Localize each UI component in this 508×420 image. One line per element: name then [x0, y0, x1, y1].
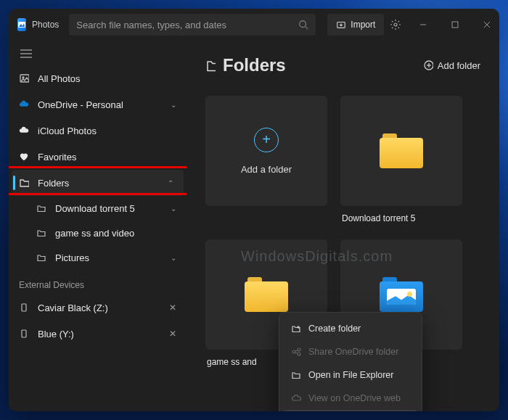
sidebar-item-label: Folders — [38, 178, 69, 189]
context-menu: Create folder Share OneDrive folder Open… — [279, 312, 422, 411]
cloud-icon — [291, 393, 301, 403]
search-input[interactable]: Search file names, types, and dates — [69, 14, 316, 36]
sidebar-item-label: All Photos — [38, 73, 81, 84]
pictures-folder-icon — [380, 277, 423, 312]
svg-point-2 — [300, 21, 306, 28]
sidebar-item-device[interactable]: Caviar Black (Z:) ✕ — [9, 295, 187, 321]
folder-grid: + Add a folder Download torrent 5 — [205, 96, 480, 206]
tile-label: game ss and — [207, 357, 257, 367]
svg-point-14 — [22, 77, 24, 78]
tile-label: Add a folder — [241, 164, 292, 175]
search-icon — [298, 20, 308, 30]
sidebar-item-onedrive[interactable]: OneDrive - Personal ⌄ — [9, 91, 187, 118]
import-icon — [336, 20, 346, 30]
close-button[interactable] — [471, 10, 499, 39]
menu-item-label: Create folder — [308, 324, 361, 334]
svg-line-25 — [295, 350, 298, 351]
cloud-icon — [19, 99, 29, 110]
maximize-button[interactable] — [439, 10, 471, 39]
app-body: All Photos OneDrive - Personal ⌄ iCloud … — [9, 41, 499, 411]
eject-button[interactable]: ✕ — [169, 329, 176, 339]
picture-icon — [19, 73, 29, 83]
folder-icon — [36, 228, 46, 238]
menu-item-label: Open in File Explorer — [308, 370, 393, 380]
window-controls — [407, 10, 499, 39]
sidebar-item-icloud[interactable]: iCloud Photos — [9, 118, 187, 144]
sidebar-item-all-photos[interactable]: All Photos — [9, 65, 187, 91]
hamburger-button[interactable] — [9, 45, 187, 65]
photos-window: Photos Search file names, types, and dat… — [9, 9, 499, 411]
folder-icon — [36, 252, 46, 263]
svg-point-24 — [298, 353, 300, 355]
menu-item-share-onedrive: Share OneDrive folder — [284, 340, 417, 363]
menu-item-label: View on OneDrive web — [308, 393, 401, 403]
search-placeholder: Search file names, types, and dates — [76, 20, 226, 30]
sidebar-subfolder[interactable]: game ss and video — [9, 221, 187, 245]
usb-icon — [19, 329, 29, 339]
minimize-button[interactable] — [407, 10, 439, 39]
svg-point-5 — [394, 23, 397, 26]
settings-button[interactable] — [390, 9, 401, 41]
menu-item-label: Share OneDrive folder — [308, 347, 398, 357]
app-icon — [17, 18, 26, 31]
svg-rect-15 — [22, 304, 26, 311]
chevron-down-icon: ⌄ — [171, 101, 176, 109]
sidebar-subfolder[interactable]: Pictures ⌄ — [9, 245, 187, 270]
folder-icon — [19, 178, 29, 188]
add-folder-tile[interactable]: + Add a folder — [205, 96, 327, 206]
folder-icon — [205, 60, 216, 70]
menu-item-view-onedrive: View on OneDrive web — [284, 387, 417, 410]
sidebar-item-label: Blue (Y:) — [38, 329, 74, 339]
folder-tile[interactable]: Download torrent 5 — [340, 96, 462, 206]
eject-button[interactable]: ✕ — [169, 302, 176, 313]
folder-icon — [380, 133, 423, 168]
sidebar-item-label: OneDrive - Personal — [38, 99, 123, 110]
menu-item-open-explorer[interactable]: Open in File Explorer — [284, 363, 417, 387]
chevron-down-icon: ⌄ — [171, 254, 176, 262]
svg-point-23 — [298, 348, 300, 351]
sidebar-item-label: game ss and video — [55, 228, 134, 239]
sidebar-item-label: iCloud Photos — [38, 125, 97, 136]
usb-icon — [19, 302, 29, 313]
menu-item-remove-folder[interactable]: Remove folder — [284, 410, 417, 411]
sidebar-item-favorites[interactable]: Favorites — [9, 144, 187, 170]
add-folder-button[interactable]: Add folder — [423, 60, 480, 71]
svg-line-26 — [295, 353, 298, 353]
page-title: Folders — [223, 55, 286, 75]
icloud-icon — [19, 125, 29, 136]
svg-rect-16 — [22, 330, 26, 337]
sidebar-item-device[interactable]: Blue (Y:) ✕ — [9, 321, 187, 347]
sidebar-item-label: Favorites — [38, 152, 76, 162]
page-header: Folders Add folder — [205, 55, 480, 75]
sidebar-item-label: Pictures — [55, 252, 89, 263]
titlebar: Photos Search file names, types, and dat… — [9, 9, 499, 41]
chevron-down-icon: ⌄ — [171, 205, 176, 213]
plus-circle-icon — [423, 60, 433, 70]
app-title: Photos — [32, 20, 59, 30]
tile-label: Download torrent 5 — [342, 213, 415, 223]
folder-open-icon — [291, 370, 301, 380]
sidebar-item-label: Caviar Black (Z:) — [38, 302, 108, 313]
sidebar-item-folders[interactable]: Folders ⌃ — [12, 170, 184, 196]
share-icon — [291, 347, 301, 357]
sidebar: All Photos OneDrive - Personal ⌄ iCloud … — [9, 41, 187, 411]
svg-rect-7 — [452, 22, 458, 28]
folder-icon — [245, 277, 288, 312]
sidebar-subfolder[interactable]: Download torrent 5 ⌄ — [9, 196, 187, 221]
folder-icon — [36, 203, 46, 213]
svg-line-3 — [306, 27, 308, 30]
new-folder-icon — [291, 324, 301, 334]
sidebar-item-label: Download torrent 5 — [55, 203, 135, 214]
heart-icon — [19, 152, 29, 162]
menu-item-create-folder[interactable]: Create folder — [284, 317, 417, 340]
add-folder-label: Add folder — [438, 60, 480, 71]
sidebar-section-external: External Devices — [9, 270, 187, 295]
import-label: Import — [351, 20, 375, 30]
import-button[interactable]: Import — [327, 14, 384, 36]
chevron-up-icon: ⌃ — [168, 179, 173, 187]
svg-point-22 — [292, 350, 295, 353]
plus-circle-icon: + — [254, 128, 279, 152]
